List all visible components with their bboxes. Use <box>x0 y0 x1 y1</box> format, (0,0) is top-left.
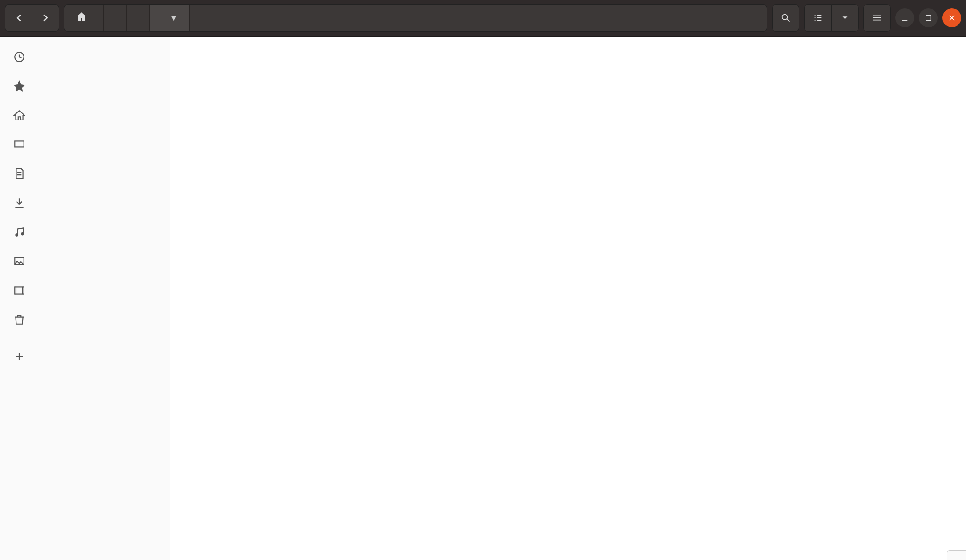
document-icon <box>12 168 26 180</box>
breadcrumb-vpn[interactable]: ▼ <box>150 5 190 31</box>
status-bar <box>947 550 966 560</box>
window-maximize-button[interactable] <box>919 8 938 27</box>
svg-point-4 <box>16 234 18 236</box>
breadcrumb-downloads[interactable] <box>104 5 127 31</box>
window-minimize-button[interactable] <box>895 8 914 27</box>
sidebar-item-recent[interactable] <box>0 42 170 72</box>
home-icon <box>12 109 26 121</box>
view-mode-segment <box>804 4 859 32</box>
sidebar-item-other-locations[interactable] <box>0 342 170 371</box>
search-button[interactable] <box>772 4 799 32</box>
sidebar-item-trash[interactable] <box>0 305 170 334</box>
svg-rect-3 <box>15 141 24 147</box>
svg-rect-8 <box>15 287 16 294</box>
download-icon <box>12 197 26 209</box>
breadcrumb-anyconnect[interactable] <box>127 5 150 31</box>
sidebar-item-home[interactable] <box>0 101 170 130</box>
svg-rect-1 <box>926 16 931 21</box>
view-options-dropdown[interactable] <box>831 4 859 32</box>
breadcrumb-home[interactable] <box>64 5 104 31</box>
sidebar-item-pictures[interactable] <box>0 247 170 276</box>
plus-icon <box>12 351 26 363</box>
svg-point-5 <box>21 233 24 235</box>
picture-icon <box>12 255 26 267</box>
clock-icon <box>12 51 26 63</box>
video-icon <box>12 284 26 296</box>
sidebar-item-starred[interactable] <box>0 72 170 101</box>
star-icon <box>12 80 26 92</box>
list-view-button[interactable] <box>804 4 831 32</box>
path-bar: ▼ <box>64 4 767 32</box>
home-icon <box>76 11 87 25</box>
hamburger-menu-button[interactable] <box>863 4 891 32</box>
sidebar-item-documents[interactable] <box>0 159 170 188</box>
toolbar-right-group <box>804 4 961 32</box>
forward-button[interactable] <box>32 4 59 32</box>
chevron-down-icon: ▼ <box>169 13 178 23</box>
nav-history-group <box>5 4 59 32</box>
back-button[interactable] <box>5 4 32 32</box>
sidebar-item-videos[interactable] <box>0 276 170 305</box>
trash-icon <box>12 313 26 326</box>
sidebar-item-music[interactable] <box>0 217 170 247</box>
toolbar: ▼ <box>0 0 966 37</box>
places-sidebar <box>0 37 170 560</box>
svg-rect-9 <box>23 287 24 294</box>
svg-point-0 <box>782 15 788 20</box>
desktop-icon <box>12 138 26 151</box>
sidebar-item-desktop[interactable] <box>0 130 170 159</box>
window-close-button[interactable] <box>942 8 961 27</box>
file-view[interactable] <box>170 37 966 560</box>
music-icon <box>12 226 26 238</box>
sidebar-item-downloads[interactable] <box>0 188 170 217</box>
